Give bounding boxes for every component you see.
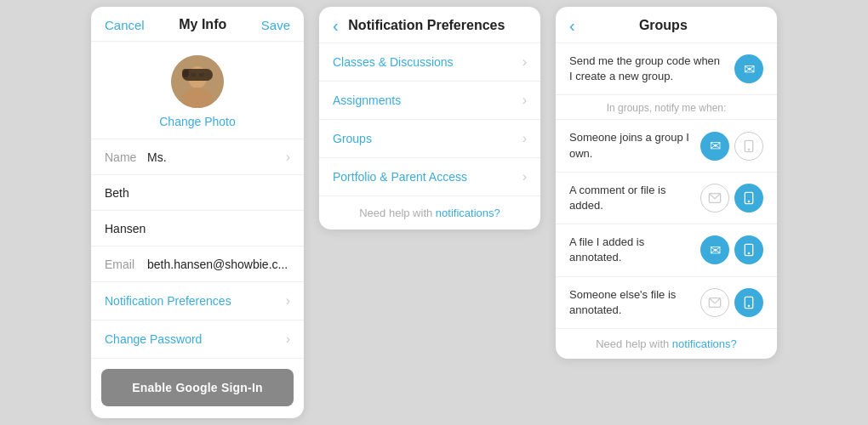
groups-annotate-phone-button[interactable] [734, 235, 763, 264]
notif-help: Need help with notifications? [319, 196, 540, 230]
firstname-input[interactable] [105, 178, 290, 208]
groups-back-button[interactable]: ‹ [569, 17, 575, 34]
email-value: beth.hansen@showbie.c... [147, 258, 290, 271]
groups-comment-text: A comment or file is added. [569, 183, 700, 213]
groups-join-row: Someone joins a group I own. ✉ [556, 120, 777, 172]
change-password-label: Change Password [105, 332, 202, 346]
groups-comment-email-button[interactable] [700, 184, 729, 212]
lastname-input[interactable] [105, 213, 290, 244]
avatar[interactable] [171, 55, 224, 108]
name-chevron-icon: › [286, 150, 290, 165]
notification-prefs-chevron-icon: › [286, 293, 290, 309]
groups-code-email-button[interactable]: ✉ [734, 54, 763, 83]
myinfo-title: My Info [179, 17, 226, 32]
notif-item-portfolio-label: Portfolio & Parent Access [333, 170, 467, 184]
notif-list: Classes & Discussions › Assignments › Gr… [319, 43, 540, 196]
groups-content: Send me the group code when I create a n… [556, 43, 777, 329]
notif-portfolio-chevron-icon: › [523, 169, 527, 184]
svg-point-8 [748, 149, 749, 150]
groups-join-email-button[interactable]: ✉ [700, 132, 729, 161]
notif-header: ‹ Notification Preferences [319, 7, 540, 43]
groups-join-phone-button[interactable] [734, 132, 763, 161]
notif-item-classes-label: Classes & Discussions [333, 55, 454, 69]
groups-help: Need help with notifications? [556, 329, 777, 359]
groups-comment-row: A comment or file is added. [556, 173, 777, 224]
notif-groups-chevron-icon: › [523, 131, 527, 146]
groups-join-text: Someone joins a group I own. [569, 130, 700, 161]
groups-comment-phone-button[interactable] [734, 184, 763, 212]
notif-assignments-chevron-icon: › [523, 93, 527, 108]
save-button[interactable]: Save [261, 18, 290, 32]
notification-prefs-label: Notification Preferences [105, 294, 231, 308]
change-password-chevron-icon: › [286, 332, 290, 347]
back-button[interactable]: ‹ [333, 17, 339, 34]
notif-item-classes[interactable]: Classes & Discussions › [319, 43, 540, 82]
notification-prefs-panel: ‹ Notification Preferences Classes & Dis… [319, 7, 540, 230]
email-field-row: Email beth.hansen@showbie.c... [91, 246, 304, 282]
groups-code-icons: ✉ [734, 54, 763, 83]
myinfo-header: Cancel My Info Save [91, 7, 304, 42]
myinfo-fields: Name Ms. › Email beth.hansen@showbie.c..… [91, 139, 304, 282]
notif-classes-chevron-icon: › [523, 54, 527, 70]
name-label: Name [105, 150, 147, 164]
groups-code-text: Send me the group code when I create a n… [569, 54, 734, 84]
groups-header: ‹ Groups [556, 7, 777, 43]
google-signin-label: Enable Google Sign-In [132, 381, 263, 394]
change-password-link[interactable]: Change Password › [91, 320, 304, 359]
svg-rect-6 [182, 69, 189, 77]
notif-item-assignments-label: Assignments [333, 94, 401, 107]
svg-point-13 [748, 253, 749, 254]
svg-point-16 [748, 305, 749, 306]
groups-other-annotate-row: Someone else's file is annotated. [556, 277, 777, 329]
name-field-row: Name Ms. › [91, 139, 304, 175]
groups-subtitle: In groups, notify me when: [556, 95, 777, 120]
groups-join-icons: ✉ [700, 132, 763, 161]
groups-panel: ‹ Groups Send me the group code when I c… [556, 7, 777, 359]
lastname-field-row [91, 211, 304, 246]
svg-point-11 [748, 201, 749, 201]
notif-help-text: Need help with [359, 207, 436, 219]
notification-prefs-link[interactable]: Notification Preferences › [91, 282, 304, 320]
google-signin-button[interactable]: Enable Google Sign-In [101, 369, 294, 406]
photo-section: Change Photo [91, 42, 304, 139]
notif-help-link[interactable]: notifications? [436, 207, 500, 219]
groups-code-row: Send me the group code when I create a n… [556, 43, 777, 95]
groups-other-email-button[interactable] [700, 288, 729, 317]
groups-title: Groups [580, 18, 746, 33]
groups-annotate-text: A file I added is annotated. [569, 235, 700, 265]
groups-other-annotate-text: Someone else's file is annotated. [569, 287, 700, 318]
name-value[interactable]: Ms. [147, 150, 283, 164]
my-info-panel: Cancel My Info Save Change Photo Name [91, 7, 304, 418]
firstname-field-row [91, 175, 304, 211]
groups-help-link[interactable]: notifications? [672, 337, 737, 350]
groups-help-text: Need help with [596, 337, 672, 350]
groups-annotate-icons: ✉ [700, 235, 763, 264]
notif-item-groups[interactable]: Groups › [319, 120, 540, 158]
groups-other-annotate-icons [700, 288, 763, 317]
notif-item-groups-label: Groups [333, 132, 372, 145]
notif-title: Notification Preferences [344, 18, 510, 33]
cancel-button[interactable]: Cancel [105, 18, 145, 32]
email-label: Email [105, 258, 147, 271]
groups-other-phone-button[interactable] [734, 288, 763, 317]
change-photo-button[interactable]: Change Photo [159, 115, 236, 128]
groups-annotate-row: A file I added is annotated. ✉ [556, 224, 777, 276]
notif-item-assignments[interactable]: Assignments › [319, 82, 540, 120]
groups-annotate-email-button[interactable]: ✉ [700, 235, 729, 264]
notif-item-portfolio[interactable]: Portfolio & Parent Access › [319, 158, 540, 196]
groups-comment-icons [700, 184, 763, 212]
